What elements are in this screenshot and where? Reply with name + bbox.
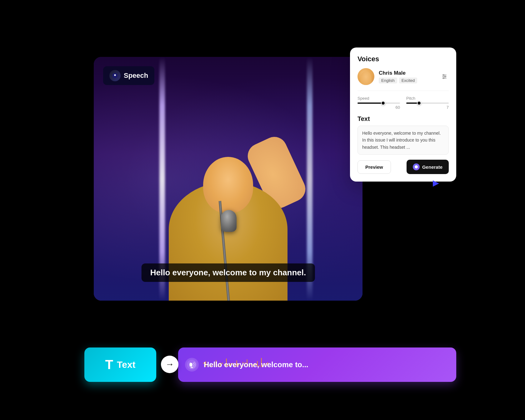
main-scene: Speech Hello everyone, welcome to my cha… xyxy=(75,38,450,382)
microphone-head xyxy=(221,210,237,232)
generate-label: Generate xyxy=(422,164,442,170)
text-card: T Text xyxy=(84,348,156,382)
voice-name: Chris Male xyxy=(379,70,436,76)
filter-icon[interactable] xyxy=(440,72,449,81)
pitch-value: 7 xyxy=(406,105,449,110)
buttons-row: Preview Generate xyxy=(358,160,449,174)
text-content[interactable]: Hello everyone, welcome to my channel. I… xyxy=(358,126,449,155)
speed-label: Speed xyxy=(358,96,400,101)
audio-text: Hello everyone, welcome to... xyxy=(204,360,308,369)
text-card-label: Text xyxy=(117,359,135,370)
divider xyxy=(358,91,449,91)
person-head xyxy=(203,157,253,213)
caption-text: Hello everyone, welcome to my channel. xyxy=(150,268,306,277)
generate-button[interactable]: Generate xyxy=(407,160,449,174)
caption-bar: Hello everyone, welcome to my channel. xyxy=(142,263,315,282)
speed-value: 60 xyxy=(358,105,400,110)
svg-point-6 xyxy=(445,76,446,77)
voice-info: Chris Male English Excited xyxy=(379,70,436,83)
arrow-circle: → xyxy=(161,356,178,373)
text-section-title: Text xyxy=(358,115,449,122)
voice-tags: English Excited xyxy=(379,78,436,83)
text-type-icon: T xyxy=(105,357,113,372)
speech-badge: Speech xyxy=(103,66,154,85)
voices-panel-title: Voices xyxy=(358,55,449,63)
sliders-row: Speed 60 Pitch 7 xyxy=(358,96,449,110)
pitch-slider-group: Pitch 7 xyxy=(406,96,449,110)
pitch-track[interactable] xyxy=(406,102,449,104)
video-card: Speech Hello everyone, welcome to my cha… xyxy=(94,57,362,301)
voice-tag-language: English xyxy=(379,78,397,83)
generate-icon xyxy=(413,163,420,170)
voice-avatar xyxy=(358,68,374,85)
svg-point-7 xyxy=(443,78,444,78)
speech-label: Speech xyxy=(124,72,148,80)
speech-icon xyxy=(109,70,121,81)
speed-thumb[interactable] xyxy=(381,101,385,105)
pitch-thumb[interactable] xyxy=(417,101,421,105)
voices-panel: Voices Chris Male English Excited xyxy=(350,48,456,182)
cursor: ▶ xyxy=(433,178,439,188)
speed-slider-group: Speed 60 xyxy=(358,96,400,110)
audio-card: Hello everyone, welcome to... xyxy=(178,348,456,382)
pitch-label: Pitch xyxy=(406,96,449,101)
svg-point-1 xyxy=(114,75,115,76)
preview-button[interactable]: Preview xyxy=(358,160,391,174)
svg-point-8 xyxy=(415,165,418,168)
speed-fill xyxy=(358,102,383,104)
svg-point-5 xyxy=(443,74,444,75)
voice-item[interactable]: Chris Male English Excited xyxy=(358,68,449,85)
voice-tag-style: Excited xyxy=(399,78,418,83)
speed-track[interactable] xyxy=(358,102,400,104)
